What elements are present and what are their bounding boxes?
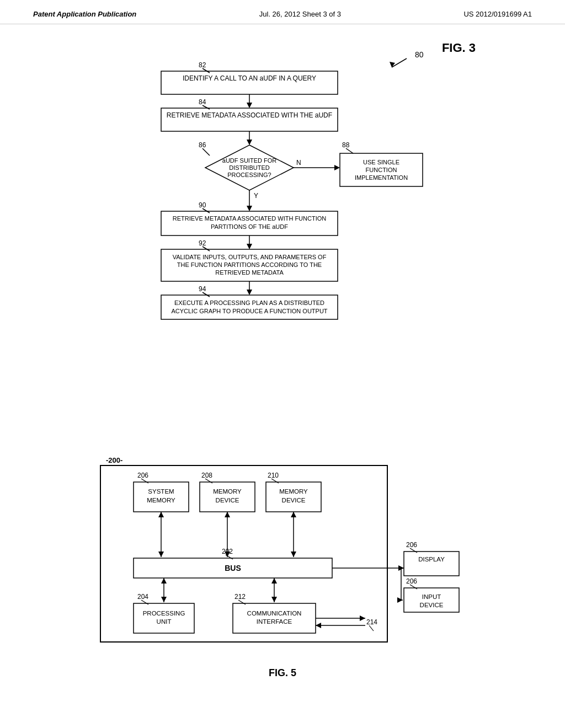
main-content: FIG. 3 80 82 IDENTIFY A CALL TO AN aUDF … xyxy=(0,24,565,695)
svg-text:IDENTIFY A CALL TO AN aUDF IN : IDENTIFY A CALL TO AN aUDF IN A QUERY xyxy=(183,74,316,82)
svg-rect-103 xyxy=(404,552,459,576)
svg-marker-82 xyxy=(291,552,296,557)
svg-rect-50 xyxy=(161,295,338,319)
svg-text:MEMORY: MEMORY xyxy=(279,488,308,495)
svg-text:92: 92 xyxy=(199,239,206,247)
fig3-flowchart: 80 82 IDENTIFY A CALL TO AN aUDF IN A QU… xyxy=(117,41,448,427)
svg-text:206: 206 xyxy=(406,541,417,549)
svg-marker-115 xyxy=(360,615,365,621)
svg-marker-73 xyxy=(225,512,230,517)
header-right: US 2012/0191699 A1 xyxy=(463,10,532,18)
svg-text:SYSTEM: SYSTEM xyxy=(148,488,174,495)
svg-text:DISTRIBUTED: DISTRIBUTED xyxy=(229,164,269,171)
svg-text:DEVICE: DEVICE xyxy=(420,602,444,608)
svg-marker-66 xyxy=(158,552,164,557)
svg-marker-2 xyxy=(390,62,395,67)
svg-text:MEMORY: MEMORY xyxy=(147,497,175,504)
svg-text:RETRIEVED METADATA: RETRIEVED METADATA xyxy=(215,269,284,276)
header-left: Patent Application Publication xyxy=(33,10,136,18)
svg-text:UNIT: UNIT xyxy=(157,618,172,625)
svg-text:USE SINGLE: USE SINGLE xyxy=(363,159,399,165)
svg-text:206: 206 xyxy=(406,577,417,585)
svg-text:86: 86 xyxy=(199,141,206,149)
svg-text:ACYCLIC GRAPH TO PRODUCE A FUN: ACYCLIC GRAPH TO PRODUCE A FUNCTION OUTP… xyxy=(171,308,327,314)
fig3-label: FIG. 3 xyxy=(442,41,476,55)
svg-line-76 xyxy=(271,479,279,483)
svg-text:IMPLEMENTATION: IMPLEMENTATION xyxy=(355,174,408,181)
svg-marker-97 xyxy=(271,597,277,602)
svg-text:RETRIEVE METADATA ASSOCIATED W: RETRIEVE METADATA ASSOCIATED WITH THE aU… xyxy=(167,111,332,119)
svg-line-16 xyxy=(202,148,210,156)
svg-text:88: 88 xyxy=(342,141,350,149)
fig3-container: FIG. 3 80 82 IDENTIFY A CALL TO AN aUDF … xyxy=(89,41,476,427)
svg-marker-32 xyxy=(247,206,252,211)
svg-marker-65 xyxy=(158,512,164,517)
svg-text:PARTITIONS OF THE aUDF: PARTITIONS OF THE aUDF xyxy=(211,223,288,230)
svg-marker-81 xyxy=(291,512,296,517)
svg-line-10 xyxy=(202,105,210,109)
fig5-caption: FIG. 5 xyxy=(89,667,476,679)
svg-marker-39 xyxy=(247,244,252,249)
svg-text:-200-: -200- xyxy=(106,456,122,464)
page: Patent Application Publication Jul. 26, … xyxy=(0,0,565,728)
header-center: Jul. 26, 2012 Sheet 3 of 3 xyxy=(259,10,341,18)
svg-line-60 xyxy=(141,479,148,483)
svg-text:208: 208 xyxy=(201,472,212,479)
svg-text:214: 214 xyxy=(366,618,377,626)
svg-text:DEVICE: DEVICE xyxy=(282,497,306,504)
svg-marker-89 xyxy=(161,597,167,602)
svg-marker-90 xyxy=(161,578,167,584)
svg-line-41 xyxy=(202,247,210,251)
svg-line-4 xyxy=(202,68,210,73)
svg-text:210: 210 xyxy=(268,472,279,479)
svg-marker-23 xyxy=(334,165,340,170)
svg-text:80: 80 xyxy=(415,50,424,59)
svg-line-102 xyxy=(410,548,417,553)
svg-line-49 xyxy=(202,292,210,297)
svg-line-84 xyxy=(141,600,148,604)
svg-marker-47 xyxy=(247,290,252,295)
svg-line-25 xyxy=(346,148,353,153)
svg-text:VALIDATE INPUTS, OUTPUTS, AND : VALIDATE INPUTS, OUTPUTS, AND PARAMETERS… xyxy=(173,254,327,260)
svg-text:THE FUNCTION PARTITIONS ACCORD: THE FUNCTION PARTITIONS ACCORDING TO THE xyxy=(177,261,322,268)
svg-text:PROCESSING?: PROCESSING? xyxy=(227,172,271,178)
svg-text:Y: Y xyxy=(254,192,258,200)
svg-text:N: N xyxy=(296,159,301,167)
svg-marker-8 xyxy=(247,103,252,108)
svg-line-119 xyxy=(369,625,374,631)
svg-text:RETRIEVE METADATA ASSOCIATED W: RETRIEVE METADATA ASSOCIATED WITH FUNCTI… xyxy=(173,215,327,222)
svg-text:FUNCTION: FUNCTION xyxy=(366,167,397,173)
svg-text:DEVICE: DEVICE xyxy=(216,497,239,504)
svg-rect-107 xyxy=(404,588,459,612)
fig5-diagram: -200- 202 BUS 206 SYSTEM MEMORY xyxy=(95,449,470,659)
svg-text:INTERFACE: INTERFACE xyxy=(257,618,292,625)
svg-text:90: 90 xyxy=(199,201,206,209)
svg-marker-117 xyxy=(316,623,321,628)
svg-line-92 xyxy=(238,600,246,604)
page-header: Patent Application Publication Jul. 26, … xyxy=(0,0,565,24)
svg-text:204: 204 xyxy=(137,593,148,601)
svg-line-68 xyxy=(205,479,212,483)
svg-text:aUDF SUITED FOR: aUDF SUITED FOR xyxy=(222,157,276,164)
svg-text:BUS: BUS xyxy=(225,564,241,572)
svg-text:INPUT: INPUT xyxy=(422,593,441,600)
svg-text:MEMORY: MEMORY xyxy=(213,488,242,495)
svg-line-106 xyxy=(410,585,417,589)
svg-text:COMMUNICATION: COMMUNICATION xyxy=(247,610,302,617)
svg-line-34 xyxy=(202,208,210,213)
svg-text:94: 94 xyxy=(199,285,206,293)
svg-text:DISPLAY: DISPLAY xyxy=(418,556,445,563)
svg-text:84: 84 xyxy=(199,98,206,106)
svg-text:206: 206 xyxy=(137,472,148,479)
svg-text:EXECUTE A PROCESSING PLAN AS A: EXECUTE A PROCESSING PLAN AS A DISTRIBUT… xyxy=(174,299,324,306)
svg-marker-14 xyxy=(247,140,252,145)
fig5-wrapper: -200- 202 BUS 206 SYSTEM MEMORY xyxy=(89,449,476,679)
svg-text:82: 82 xyxy=(199,61,206,69)
svg-marker-113 xyxy=(397,597,403,603)
svg-text:212: 212 xyxy=(234,593,246,601)
svg-marker-98 xyxy=(271,578,277,584)
svg-text:PROCESSING: PROCESSING xyxy=(143,610,185,617)
